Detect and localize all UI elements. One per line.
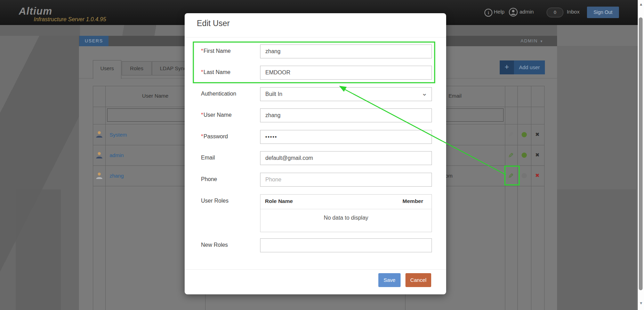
first-name-field[interactable] [260, 44, 432, 58]
chevron-down-icon: ⌄ [421, 87, 427, 100]
product-subtitle: Infrastructure Server 1.0.4.95 [34, 16, 106, 23]
empty-grid-message: No data to display [260, 215, 432, 221]
dialog-title: Edit User [197, 19, 230, 28]
background-right-strip [557, 25, 638, 46]
app-root: Altium Infrastructure Server 1.0.4.95 i … [0, 0, 644, 310]
user-avatar-icon [96, 131, 103, 138]
save-button[interactable]: Save [378, 273, 401, 287]
authentication-select[interactable]: Built In ⌄ [260, 87, 432, 101]
status-disabled-icon[interactable] [522, 173, 527, 178]
user-avatar-icon [96, 152, 103, 159]
delete-user-icon[interactable]: ✖ [535, 172, 540, 179]
grid-border [544, 86, 545, 310]
first-name-label: *First Name [201, 48, 258, 54]
status-enabled-icon[interactable] [522, 132, 527, 137]
background-left-shape [16, 189, 61, 310]
tab-users[interactable]: Users [93, 60, 121, 79]
grid-border [531, 86, 531, 310]
altium-logo: Altium [19, 6, 52, 17]
user-roles-label: User Roles [201, 198, 258, 204]
add-user-button[interactable]: + Add user [500, 60, 545, 74]
scrollbar-thumb[interactable] [639, 17, 643, 290]
email-field[interactable] [260, 151, 432, 165]
grid-border [93, 86, 93, 310]
inbox-count-badge[interactable]: 0 [547, 8, 563, 17]
scroll-up-arrow-icon[interactable]: ▲ [639, 2, 643, 6]
help-icon: i [484, 9, 492, 17]
new-roles-label: New Roles [201, 242, 258, 248]
grid-border [505, 86, 505, 310]
new-roles-field[interactable] [260, 238, 432, 252]
edit-user-icon[interactable]: ✎ [508, 131, 514, 139]
grid-border [105, 86, 106, 310]
user-link[interactable]: zhang [110, 173, 124, 179]
password-label: *Password [201, 133, 258, 140]
ribbon-tab-users[interactable]: USERS [79, 36, 108, 46]
user-name-field[interactable] [260, 108, 432, 122]
account-menu[interactable]: admin [520, 9, 534, 15]
status-enabled-icon[interactable] [522, 153, 527, 158]
edit-user-icon[interactable]: ✎ [508, 172, 514, 180]
last-name-field[interactable] [260, 66, 432, 80]
user-roles-grid-header: Role Name Member [260, 195, 432, 209]
authentication-label: Authentication [201, 91, 258, 97]
cancel-button[interactable]: Cancel [405, 273, 431, 287]
scroll-down-arrow-icon[interactable]: ▼ [639, 301, 643, 305]
divider [185, 269, 446, 270]
user-roles-grid: Role Name Member No data to display [260, 194, 432, 232]
last-name-label: *Last Name [201, 69, 258, 75]
email-label: Email [201, 155, 258, 161]
edit-user-dialog: Edit User *First Name *Last Name Authent… [185, 13, 446, 294]
chevron-down-icon: ▼ [540, 40, 543, 43]
user-avatar-icon [96, 172, 103, 179]
sign-out-button[interactable]: Sign Out [587, 7, 619, 18]
user-link[interactable]: admin [110, 152, 124, 158]
user-name-label: *User Name [201, 112, 258, 118]
inbox-button[interactable]: Inbox [567, 9, 580, 15]
delete-user-icon[interactable]: ✖ [535, 152, 540, 158]
delete-user-icon[interactable]: ✖ [535, 131, 540, 138]
divider [185, 37, 446, 38]
plus-icon: + [500, 60, 514, 74]
role-name-column: Role Name [265, 198, 293, 204]
help-button[interactable]: Help [494, 9, 505, 15]
phone-field[interactable] [260, 173, 432, 187]
admin-dropdown[interactable]: ADMIN▼ [521, 36, 544, 46]
member-column: Member [403, 198, 423, 204]
grid-border [517, 86, 518, 310]
user-link[interactable]: System [110, 132, 127, 138]
edit-user-icon[interactable]: ✎ [508, 152, 514, 160]
background-right-shape [557, 189, 636, 310]
tab-roles[interactable]: Roles [122, 61, 152, 75]
phone-label: Phone [201, 176, 258, 182]
password-field[interactable] [260, 130, 432, 144]
user-icon [509, 8, 518, 17]
